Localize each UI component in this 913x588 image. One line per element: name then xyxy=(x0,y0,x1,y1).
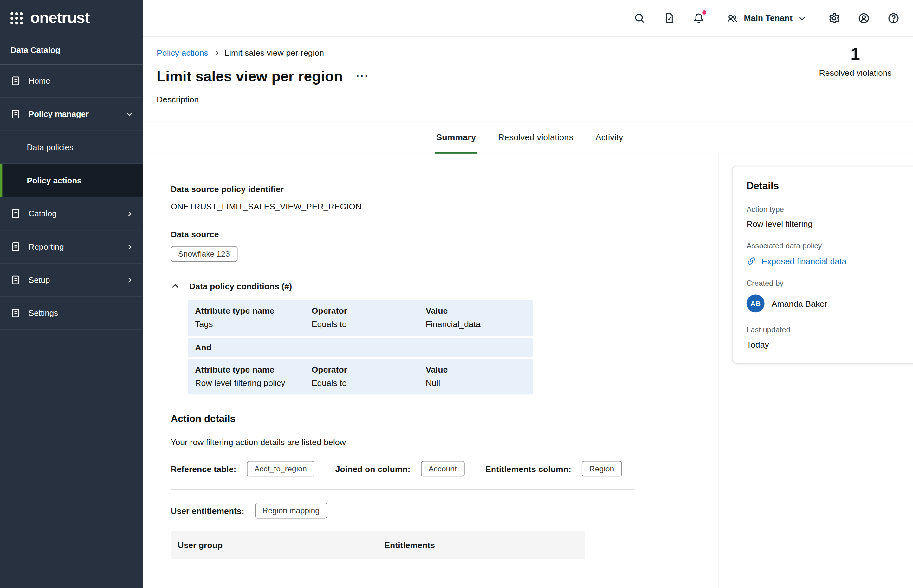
description-label: Description xyxy=(157,95,899,107)
details-card: Details Action type Row level filtering … xyxy=(732,166,913,363)
settings-gear-icon[interactable] xyxy=(827,11,841,25)
condition-col-value: Value xyxy=(426,365,533,374)
col-user-group: User group xyxy=(178,541,384,550)
app-name-label: Data Catalog xyxy=(0,36,142,65)
tab-resolved-violations[interactable]: Resolved violations xyxy=(497,122,575,153)
conditions-collapse-header[interactable]: Data policy conditions (#) xyxy=(170,282,718,291)
associated-policy-label: Associated data policy xyxy=(746,241,912,250)
last-updated-value: Today xyxy=(746,340,912,349)
sidebar-item-catalog[interactable]: Catalog xyxy=(0,197,142,231)
tab-bar: Summary Resolved violations Activity xyxy=(142,122,913,154)
sidebar-item-label: Policy actions xyxy=(27,176,81,185)
condition-row: Attribute type name Row level filtering … xyxy=(188,359,533,394)
condition-attribute-value: Tags xyxy=(195,319,311,328)
condition-col-operator: Operator xyxy=(312,306,426,315)
reporting-icon xyxy=(10,241,21,252)
more-actions-button[interactable]: ⋯ xyxy=(355,73,369,79)
condition-col-attribute: Attribute type name xyxy=(195,365,311,374)
entitlements-column-chip[interactable]: Region xyxy=(582,461,622,477)
summary-panel: Data source policy identifier ONETRUST_L… xyxy=(142,154,719,588)
user-group-table-header: User group Entitlements xyxy=(170,531,585,559)
app-grid-icon[interactable] xyxy=(10,12,23,24)
created-by-value: Amanda Baker xyxy=(772,299,827,308)
sidebar-item-policy-actions[interactable]: Policy actions xyxy=(0,164,142,197)
identifier-label: Data source policy identifier xyxy=(170,184,718,194)
joined-on-chip[interactable]: Account xyxy=(421,461,465,477)
sidebar-item-data-policies[interactable]: Data policies xyxy=(0,131,142,164)
created-by-label: Created by xyxy=(746,279,912,288)
action-details-subtitle: Your row filtering action details are li… xyxy=(170,438,718,447)
tenant-selector[interactable]: Main Tenant xyxy=(726,12,806,24)
col-entitlements: Entitlements xyxy=(384,541,585,550)
action-config-row: Reference table: Acct_to_region Joined o… xyxy=(170,461,718,477)
sidebar-item-settings[interactable]: Settings xyxy=(0,297,142,330)
entitlements-column-label: Entitlements column: xyxy=(486,464,571,473)
reference-table-chip[interactable]: Acct_to_region xyxy=(247,461,314,477)
help-icon[interactable] xyxy=(886,11,900,25)
document-check-icon[interactable] xyxy=(662,11,676,25)
created-by-row: AB Amanda Baker xyxy=(746,294,912,312)
page-title: Limit sales view per region xyxy=(157,68,343,85)
sidebar-item-label: Catalog xyxy=(29,209,57,218)
sidebar-item-label: Data policies xyxy=(27,142,73,152)
chevron-right-icon xyxy=(126,243,133,250)
tab-activity[interactable]: Activity xyxy=(594,122,625,153)
tenant-label: Main Tenant xyxy=(744,13,792,23)
breadcrumb: Policy actions Limit sales view per regi… xyxy=(157,47,899,59)
catalog-icon xyxy=(10,208,21,219)
account-icon[interactable] xyxy=(856,11,871,25)
data-source-chip[interactable]: Snowflake 123 xyxy=(170,246,237,262)
condition-operator-value: Equals to xyxy=(312,378,426,388)
setup-icon xyxy=(10,275,21,285)
section-divider xyxy=(170,489,635,490)
page-header: Policy actions Limit sales view per regi… xyxy=(142,37,913,122)
chevron-up-icon xyxy=(170,282,180,291)
user-entitlements-row: User entitlements: Region mapping xyxy=(170,503,718,519)
user-entitlements-chip[interactable]: Region mapping xyxy=(255,503,327,519)
condition-value-value: Null xyxy=(426,378,533,388)
user-group-table: User group Entitlements xyxy=(170,531,585,559)
breadcrumb-parent-link[interactable]: Policy actions xyxy=(157,48,208,57)
sidebar-item-label: Policy manager xyxy=(29,109,89,118)
conditions-table: Attribute type name Tags Operator Equals… xyxy=(188,300,533,395)
conditions-title: Data policy conditions (#) xyxy=(189,282,292,291)
action-details-title: Action details xyxy=(170,413,718,425)
chevron-down-icon xyxy=(125,110,133,118)
chevron-right-icon xyxy=(126,210,133,217)
condition-operator-value: Equals to xyxy=(312,319,426,328)
details-column: Details Action type Row level filtering … xyxy=(719,154,913,588)
action-type-label: Action type xyxy=(746,205,912,214)
sidebar-item-label: Settings xyxy=(29,308,58,317)
sidebar-item-home[interactable]: Home xyxy=(0,65,142,98)
main-area: Main Tenant Policy actions Limit sales v… xyxy=(142,0,913,588)
stat-label: Resolved violations xyxy=(811,68,899,77)
home-doc-icon xyxy=(10,76,21,86)
search-icon[interactable] xyxy=(633,11,647,25)
last-updated-label: Last updated xyxy=(746,325,912,334)
notifications-bell-icon[interactable] xyxy=(692,11,706,25)
sidebar-item-policy-manager[interactable]: Policy manager xyxy=(0,98,142,131)
condition-col-attribute: Attribute type name xyxy=(195,306,311,315)
chevron-right-icon xyxy=(126,276,133,284)
top-bar: Main Tenant xyxy=(142,0,913,37)
notification-dot xyxy=(703,10,707,15)
policy-manager-icon xyxy=(10,109,21,119)
sidebar-item-label: Reporting xyxy=(29,242,64,251)
sidebar-item-label: Home xyxy=(29,76,50,86)
reference-table-label: Reference table: xyxy=(170,464,236,473)
avatar: AB xyxy=(746,294,765,312)
data-source-label: Data source xyxy=(170,230,718,239)
sidebar-item-label: Setup xyxy=(29,275,50,284)
tab-summary[interactable]: Summary xyxy=(435,122,477,153)
condition-connector: And xyxy=(188,338,533,357)
joined-on-label: Joined on column: xyxy=(335,464,411,473)
condition-attribute-value: Row level filtering policy xyxy=(195,378,311,388)
condition-value-value: Financial_data xyxy=(426,319,533,328)
associated-policy-value: Exposed financial data xyxy=(761,256,847,265)
sidebar-item-reporting[interactable]: Reporting xyxy=(0,230,142,263)
sidebar-item-setup[interactable]: Setup xyxy=(0,263,142,297)
breadcrumb-current: Limit sales view per region xyxy=(225,48,324,57)
identifier-value: ONETRUST_LIMIT_SALES_VIEW_PER_REGION xyxy=(170,202,718,211)
associated-policy-link[interactable]: Exposed financial data xyxy=(746,256,912,266)
user-entitlements-label: User entitlements: xyxy=(170,506,244,515)
